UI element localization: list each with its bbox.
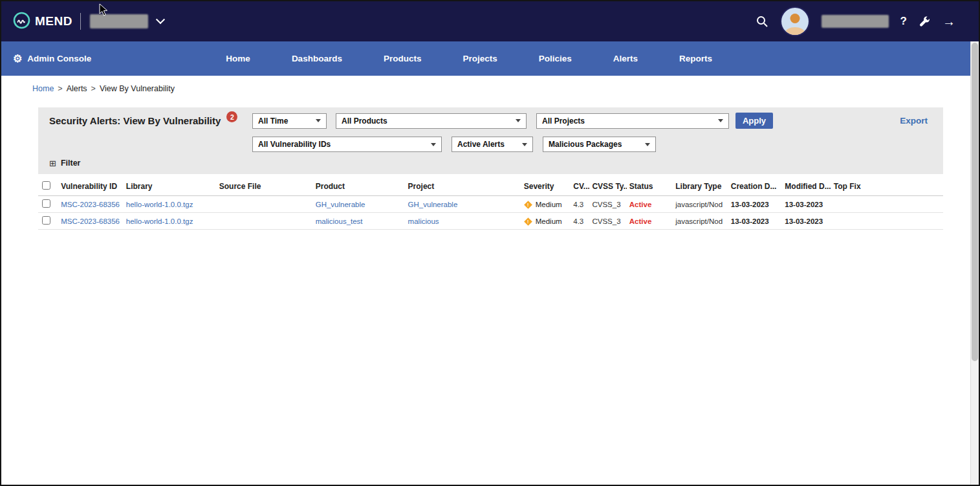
breadcrumb-home[interactable]: Home — [32, 84, 54, 93]
cell-top-fix — [831, 196, 943, 213]
breadcrumb-separator: > — [58, 84, 62, 93]
select-caret-icon — [645, 143, 650, 146]
project-link[interactable]: GH_vulnerable — [408, 201, 458, 208]
product-link[interactable]: malicious_test — [316, 217, 363, 225]
col-status[interactable]: Status — [627, 177, 673, 196]
col-top-fix[interactable]: Top Fix — [831, 177, 943, 196]
cell-cvss-type: CVSS_3 — [589, 213, 626, 230]
alert-count-badge: 2 — [226, 111, 237, 122]
time-range-value: All Time — [258, 116, 288, 126]
status-badge: Active — [629, 217, 652, 225]
alert-type-select[interactable]: Malicious Packages — [543, 137, 656, 152]
alert-type-value: Malicious Packages — [549, 140, 622, 149]
cell-library: hello-world-1.0.0.tgz — [124, 213, 217, 230]
col-creation-date[interactable]: Creation D... — [728, 177, 783, 196]
breadcrumb: Home > Alerts > View By Vulnerability — [1, 76, 979, 102]
col-cvss-score[interactable]: CV... — [571, 177, 589, 196]
breadcrumb-current: View By Vulnerability — [100, 84, 175, 93]
nav-item-reports[interactable]: Reports — [679, 54, 712, 63]
user-name-redacted[interactable] — [822, 15, 889, 28]
vulnerability-link[interactable]: MSC-2023-68356 — [61, 201, 120, 208]
alerts-table-header: Vulnerability ID Library Source File Pro… — [38, 177, 943, 196]
cell-vulnerability-id: MSC-2023-68356 — [58, 213, 124, 230]
select-all-checkbox[interactable] — [42, 181, 50, 190]
col-project[interactable]: Project — [406, 177, 521, 196]
nav-item-projects[interactable]: Projects — [463, 54, 497, 63]
avatar-torso — [785, 27, 805, 36]
expand-plus-icon: ⊞ — [49, 159, 56, 168]
apply-button[interactable]: Apply — [735, 113, 773, 129]
product-link[interactable]: GH_vulnerable — [316, 201, 365, 208]
cell-project: malicious — [406, 213, 521, 230]
filter-row-2: All Vulnerability IDs Active Alerts Mali… — [252, 137, 935, 152]
nav-item-alerts[interactable]: Alerts — [613, 54, 638, 63]
nav-item-policies[interactable]: Policies — [539, 54, 572, 63]
table-row: MSC-2023-68356 hello-world-1.0.0.tgz mal… — [38, 213, 943, 230]
main-nav-bar: ⚙ Admin Console Home Dashboards Products… — [1, 41, 979, 76]
org-selector-redacted[interactable] — [90, 14, 148, 28]
row-checkbox-cell — [38, 213, 58, 230]
title-box: Security Alerts: View By Vulnerability 2 — [46, 115, 252, 126]
severity-medium-icon: ! — [524, 201, 532, 209]
table-row: MSC-2023-68356 hello-world-1.0.0.tgz GH_… — [38, 196, 943, 213]
help-icon[interactable]: ? — [900, 15, 907, 28]
col-modified-date[interactable]: Modified D... — [782, 177, 831, 196]
vertical-scrollbar-thumb[interactable] — [972, 43, 978, 361]
admin-console-link[interactable]: ⚙ Admin Console — [13, 54, 91, 64]
cell-creation-date: 13-03-2023 — [728, 196, 783, 213]
vulnerability-ids-value: All Vulnerability IDs — [258, 140, 331, 149]
row-checkbox[interactable] — [42, 216, 50, 225]
top-bar: MEND ? → — [1, 1, 979, 41]
cell-library-type: javascript/Nod — [673, 196, 728, 213]
nav-item-home[interactable]: Home — [226, 54, 250, 63]
cell-modified-date: 13-03-2023 — [782, 213, 831, 230]
page-title: Security Alerts: View By Vulnerability — [49, 115, 221, 126]
nav-item-products[interactable]: Products — [384, 54, 422, 63]
cell-modified-date: 13-03-2023 — [782, 196, 831, 213]
main-content: Security Alerts: View By Vulnerability 2… — [38, 107, 943, 230]
logout-arrow-icon[interactable]: → — [942, 14, 955, 29]
search-icon[interactable] — [756, 15, 768, 28]
alerts-table: Vulnerability ID Library Source File Pro… — [38, 177, 943, 230]
app-window: MEND ? → ⚙ — [0, 0, 980, 486]
org-chevron-down-icon[interactable] — [156, 15, 165, 24]
wrench-icon[interactable] — [919, 16, 931, 28]
cell-project: GH_vulnerable — [406, 196, 521, 213]
cell-cvss-score: 4.3 — [571, 213, 589, 230]
vulnerability-link[interactable]: MSC-2023-68356 — [61, 217, 120, 225]
status-badge: Active — [629, 201, 652, 208]
library-link[interactable]: hello-world-1.0.0.tgz — [126, 217, 193, 225]
library-link[interactable]: hello-world-1.0.0.tgz — [126, 201, 193, 208]
col-vulnerability-id[interactable]: Vulnerability ID — [58, 177, 124, 196]
nav-item-dashboards[interactable]: Dashboards — [292, 54, 342, 63]
cell-creation-date: 13-03-2023 — [728, 213, 783, 230]
filter-panel: Security Alerts: View By Vulnerability 2… — [38, 107, 943, 174]
project-link[interactable]: malicious — [408, 217, 439, 225]
select-caret-icon — [431, 143, 436, 146]
filter-expander[interactable]: ⊞ Filter — [49, 159, 935, 168]
col-source-file[interactable]: Source File — [217, 177, 313, 196]
cell-library: hello-world-1.0.0.tgz — [124, 196, 217, 213]
time-range-select[interactable]: All Time — [252, 113, 327, 129]
products-select[interactable]: All Products — [336, 113, 527, 129]
select-caret-icon — [316, 119, 321, 122]
brand-name: MEND — [35, 14, 72, 28]
col-library[interactable]: Library — [124, 177, 217, 196]
cell-source-file — [217, 213, 313, 230]
severity-medium-icon: ! — [524, 217, 532, 226]
row-checkbox-cell — [38, 196, 58, 213]
select-all-header — [38, 177, 58, 196]
row-checkbox[interactable] — [42, 199, 50, 208]
export-link[interactable]: Export — [900, 116, 928, 126]
col-product[interactable]: Product — [313, 177, 406, 196]
vulnerability-ids-select[interactable]: All Vulnerability IDs — [252, 137, 442, 152]
alert-status-select[interactable]: Active Alerts — [452, 137, 533, 152]
projects-select[interactable]: All Projects — [536, 113, 729, 129]
mend-logo[interactable]: MEND — [13, 12, 72, 32]
col-cvss-type[interactable]: CVSS Ty... — [589, 177, 626, 196]
col-library-type[interactable]: Library Type — [673, 177, 728, 196]
user-avatar[interactable] — [780, 6, 810, 36]
vertical-scrollbar-track[interactable] — [970, 41, 979, 485]
cell-cvss-score: 4.3 — [571, 196, 589, 213]
col-severity[interactable]: Severity — [521, 177, 571, 196]
